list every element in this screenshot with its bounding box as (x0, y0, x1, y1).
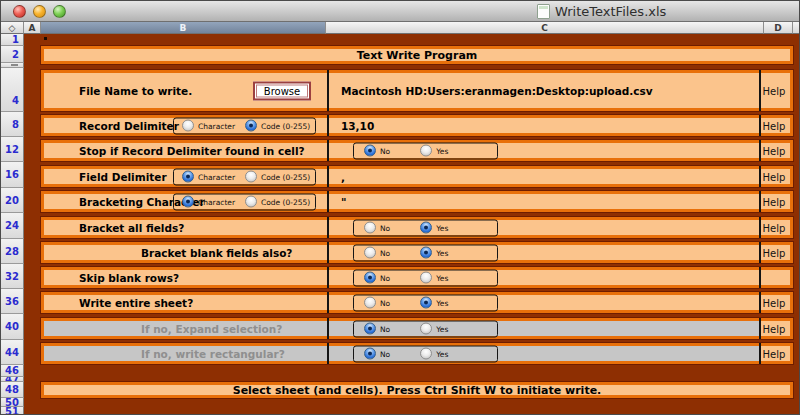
radio-label: Yes (436, 248, 448, 257)
radio-label: No (380, 223, 390, 232)
radio-option: Code (0-255) (245, 196, 310, 208)
radio-option: Yes (420, 272, 448, 284)
row-header[interactable]: 50 (1, 398, 24, 407)
help-link[interactable]: Help (759, 348, 789, 359)
radio-option: No (364, 348, 390, 360)
radio-option: No (364, 145, 390, 157)
column-header-b[interactable]: B (41, 22, 326, 34)
radio-button[interactable] (420, 247, 432, 259)
radio-label: Yes (436, 273, 448, 282)
row-header[interactable]: 16 (1, 162, 24, 188)
row-label: If no, Expand selection? (141, 323, 282, 335)
radio-option: Character (182, 120, 235, 132)
radio-button[interactable] (364, 272, 376, 284)
radio-button[interactable] (420, 348, 432, 360)
radio-button[interactable] (245, 120, 257, 132)
row-header[interactable]: 24 (1, 213, 24, 239)
row-header[interactable]: 8 (1, 112, 24, 137)
column-header-d[interactable]: D (764, 22, 793, 34)
radio-button[interactable] (420, 222, 432, 234)
row-header[interactable]: 1 (1, 34, 24, 46)
radio-button[interactable] (420, 145, 432, 157)
radio-option: Character (182, 171, 235, 183)
column-divider (327, 115, 329, 136)
cell-marker-dot (44, 37, 47, 40)
form-row-8: Record DelimiterCharacterCode (0-255)13,… (41, 115, 793, 136)
minimize-button-icon[interactable] (33, 5, 46, 18)
radio-button[interactable] (364, 222, 376, 234)
radio-option: Code (0-255) (245, 120, 310, 132)
help-link[interactable]: Help (759, 323, 789, 334)
help-link[interactable]: Help (759, 85, 789, 96)
zoom-button-icon[interactable] (53, 5, 66, 18)
column-divider (327, 242, 329, 263)
form-title-banner-text: Text Write Program (44, 49, 790, 62)
title-bar: WriteTextFiles.xls (1, 1, 800, 22)
row-header[interactable]: 28 (1, 239, 24, 264)
radio-button[interactable] (364, 145, 376, 157)
radio-button[interactable] (420, 297, 432, 309)
select-all-corner[interactable]: ◇ (1, 22, 24, 34)
column-divider (327, 292, 329, 313)
form-row-40: If no, Expand selection?NoYesHelp (41, 318, 793, 339)
radio-button[interactable] (420, 272, 432, 284)
radio-label: Code (0-255) (261, 121, 310, 130)
help-link[interactable]: Help (759, 297, 789, 308)
radio-button[interactable] (364, 247, 376, 259)
row-header[interactable]: 4 (1, 68, 24, 112)
radio-group: CharacterCode (0-255) (173, 117, 316, 134)
radio-option: Yes (420, 247, 448, 259)
row-header[interactable]: 44 (1, 340, 24, 365)
row-header[interactable]: 32 (1, 264, 24, 289)
column-divider (327, 318, 329, 339)
radio-button[interactable] (245, 196, 257, 208)
column-header-a[interactable]: A (24, 22, 41, 34)
radio-button[interactable] (182, 120, 194, 132)
radio-button[interactable] (364, 323, 376, 335)
radio-option: Yes (420, 145, 448, 157)
row-header[interactable]: 12 (1, 137, 24, 162)
radio-option: Yes (420, 348, 448, 360)
row-header[interactable]: 46 (1, 365, 24, 377)
radio-group: NoYes (353, 269, 498, 286)
radio-option: No (364, 297, 390, 309)
row-header[interactable]: 48 (1, 382, 24, 398)
radio-label: Character (198, 172, 235, 181)
row-label: Write entire sheet? (79, 297, 193, 309)
form-row-12: Stop if Record Delimiter found in cell?N… (41, 140, 793, 161)
row-header[interactable]: 36 (1, 289, 24, 314)
radio-option: Yes (420, 323, 448, 335)
close-button-icon[interactable] (13, 5, 26, 18)
browse-button[interactable]: Browse (253, 81, 311, 100)
radio-group: NoYes (353, 294, 498, 311)
help-link[interactable]: Help (759, 247, 789, 258)
radio-button[interactable] (182, 171, 194, 183)
help-link[interactable]: Help (759, 120, 789, 131)
radio-label: No (380, 349, 390, 358)
radio-button[interactable] (245, 171, 257, 183)
row-label: Record Delimiter (79, 120, 179, 132)
radio-button[interactable] (420, 323, 432, 335)
help-link[interactable]: Help (759, 196, 789, 207)
help-link[interactable]: Help (759, 222, 789, 233)
help-link[interactable]: Help (759, 171, 789, 182)
row-header[interactable]: 20 (1, 188, 24, 213)
row-label: Stop if Record Delimiter found in cell? (79, 145, 305, 157)
radio-group: NoYes (353, 142, 498, 159)
column-header-c[interactable]: C (326, 22, 764, 34)
row-header[interactable]: 2 (1, 46, 24, 63)
radio-group: NoYes (353, 345, 498, 362)
cell-value: , (341, 171, 345, 183)
radio-button[interactable] (182, 196, 194, 208)
radio-button[interactable] (364, 348, 376, 360)
radio-button[interactable] (364, 297, 376, 309)
row-label: Field Delimiter (79, 171, 167, 183)
form-row-32: Skip blank rows?NoYes (41, 267, 793, 288)
row-label: File Name to write. (79, 85, 192, 97)
help-link[interactable]: Help (759, 145, 789, 156)
column-divider (327, 217, 329, 238)
row-header[interactable]: 40 (1, 314, 24, 340)
row-header[interactable]: 51 (1, 407, 24, 415)
radio-label: No (380, 324, 390, 333)
window-title: WriteTextFiles.xls (555, 4, 666, 19)
